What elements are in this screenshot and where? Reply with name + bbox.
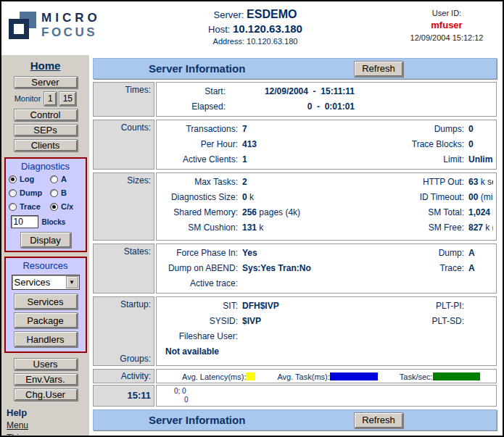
- avgtask-bar: [330, 373, 378, 380]
- monitor-15-button[interactable]: 15: [59, 91, 76, 106]
- server-button[interactable]: Server: [14, 76, 78, 88]
- home-link[interactable]: Home: [30, 59, 61, 72]
- smfree-label: SM Free:: [355, 220, 464, 236]
- sysid-label: SYSID:: [157, 314, 238, 329]
- httpout-label: HTTP Out:: [355, 175, 464, 190]
- sit-label: SIT:: [157, 299, 238, 314]
- footer-refresh-button[interactable]: Refresh: [354, 412, 403, 428]
- startup-label-cell: Startup: Groups:: [93, 296, 154, 366]
- panel-footer-bar: Server Information Refresh: [93, 409, 497, 430]
- radio-a-icon[interactable]: [50, 175, 58, 183]
- services-button[interactable]: Services: [14, 294, 78, 309]
- dumpstate-label: Dump:: [355, 246, 464, 261]
- radio-cx-icon[interactable]: [50, 203, 58, 211]
- traceblocks-value: 0: [468, 137, 493, 152]
- counts-row: Counts: Transactions: 7 Dumps: 0 Per Hou…: [93, 120, 497, 170]
- radio-dump[interactable]: Dump: [9, 188, 50, 197]
- start-label: Start:: [157, 84, 226, 99]
- sample-line1: 0; 0: [157, 387, 493, 396]
- maxtasks-label: Max Tasks:: [157, 175, 238, 190]
- refresh-button[interactable]: Refresh: [354, 61, 403, 77]
- elapsed-value: 0 - 0:01:01: [226, 99, 355, 115]
- activetrace-value: [242, 276, 351, 291]
- blocks-input[interactable]: [11, 215, 38, 228]
- sizes-values: Max Tasks: 2 HTTP Out: 63 k segments Dia…: [156, 172, 497, 241]
- radio-b[interactable]: B: [50, 188, 82, 197]
- dumponabend-label: Dump on ABEND:: [157, 261, 238, 276]
- radio-log-label: Log: [20, 175, 34, 183]
- display-button[interactable]: Display: [20, 232, 71, 248]
- chevron-down-icon[interactable]: ▼: [66, 276, 78, 288]
- footer-title: Server Information: [149, 414, 245, 426]
- traceblocks-label: Trace Blocks:: [355, 137, 464, 152]
- menu-link[interactable]: Menu: [7, 420, 28, 430]
- dumponabend-value: Sys:Yes Tran:No: [242, 261, 351, 276]
- app-window: MICRO FOCUS Server: ESDEMO Host: 10.120.…: [0, 0, 504, 437]
- address-line: Address: 10.120.63.180: [165, 37, 346, 46]
- seps-button[interactable]: SEPs: [14, 124, 78, 136]
- logo-square-navy: [9, 19, 29, 39]
- sidebar: Home Server Monitor 1 15 Control SEPs Cl…: [1, 55, 89, 436]
- times-label: Times:: [93, 82, 154, 117]
- radio-log[interactable]: Log: [9, 175, 50, 183]
- radio-trace-icon[interactable]: [9, 203, 17, 211]
- address-label: Address:: [213, 37, 244, 46]
- diagsize-value: 0 k: [242, 190, 351, 205]
- clients-button[interactable]: Clients: [14, 139, 78, 151]
- radio-a-label: A: [61, 175, 67, 183]
- perhour-value: 413: [242, 137, 351, 152]
- times-values: Start: 12/09/2004 - 15:11:11 Elapsed: 0 …: [156, 82, 497, 117]
- counts-values: Transactions: 7 Dumps: 0 Per Hour: 413 T…: [156, 120, 497, 170]
- forcephasein-label: Force Phase In:: [157, 246, 238, 261]
- tracestate-label: Trace:: [355, 261, 464, 276]
- help-label: Help: [7, 407, 27, 418]
- blocks-label: Blocks: [42, 218, 66, 226]
- sample-line2: 0: [157, 396, 493, 404]
- transactions-value: 7: [242, 122, 351, 137]
- monitor-1-button[interactable]: 1: [44, 91, 57, 106]
- main-panel: Server Information Refresh Times: Start:…: [89, 55, 503, 436]
- radio-trace[interactable]: Trace: [9, 202, 50, 211]
- radio-trace-label: Trace: [20, 202, 41, 211]
- monitor-row: Monitor 1 15: [15, 91, 77, 106]
- states-values: Force Phase In: Yes Dump: A Dump on ABEN…: [156, 244, 497, 294]
- smtotal-value: 1,024 k: [468, 205, 493, 220]
- pltpi-label: PLT-PI:: [355, 299, 464, 314]
- dumps-label: Dumps:: [355, 122, 464, 137]
- radio-a[interactable]: A: [50, 175, 82, 183]
- package-button[interactable]: Package: [14, 312, 78, 328]
- handlers-button[interactable]: Handlers: [14, 331, 78, 347]
- this-page-link[interactable]: This page: [7, 433, 45, 436]
- activity-row: Activity: Avg. Latency(ms): Avg. Task(ms…: [93, 369, 497, 383]
- userid-label: User ID:: [393, 9, 500, 17]
- monitor-label: Monitor: [15, 94, 41, 103]
- envvars-button[interactable]: Env.Vars.: [14, 373, 78, 386]
- chguser-button[interactable]: Chg.User: [14, 388, 78, 401]
- radio-cx[interactable]: C/x: [50, 202, 82, 211]
- radio-dump-icon[interactable]: [9, 189, 17, 197]
- diagnostics-radio-grid: Log A Dump B: [9, 175, 82, 211]
- address-value: 10.120.63.180: [247, 37, 297, 46]
- tasksec-bar: [433, 373, 480, 380]
- sample-values: 0; 0 0: [156, 385, 497, 407]
- resources-select[interactable]: Services ▼: [12, 275, 80, 290]
- control-button[interactable]: Control: [14, 109, 78, 121]
- pltsd-value: [468, 314, 493, 329]
- activity-label: Activity:: [93, 369, 154, 383]
- datetime: 12/09/2004 15:12:12: [393, 33, 500, 42]
- radio-b-icon[interactable]: [50, 189, 58, 197]
- server-info-block: Server: ESDEMO Host: 10.120.63.180 Addre…: [165, 8, 346, 46]
- activity-sample-row: 15:11 0; 0 0: [93, 385, 497, 407]
- radio-dump-label: Dump: [20, 188, 42, 197]
- states-label: States:: [93, 244, 154, 294]
- server-value: ESDEMO: [247, 8, 297, 20]
- activeclients-label: Active Clients:: [157, 152, 238, 167]
- start-line: Start: 12/09/2004 - 15:11:11: [157, 84, 493, 99]
- pltsd-label: PLT-SD:: [355, 314, 464, 329]
- users-button[interactable]: Users: [14, 358, 78, 370]
- activeclients-value: 1: [242, 152, 351, 167]
- radio-log-icon[interactable]: [9, 175, 17, 183]
- smcushion-label: SM Cushion:: [157, 220, 238, 236]
- radio-b-label: B: [61, 188, 67, 197]
- userid-value: mfuser: [393, 20, 500, 30]
